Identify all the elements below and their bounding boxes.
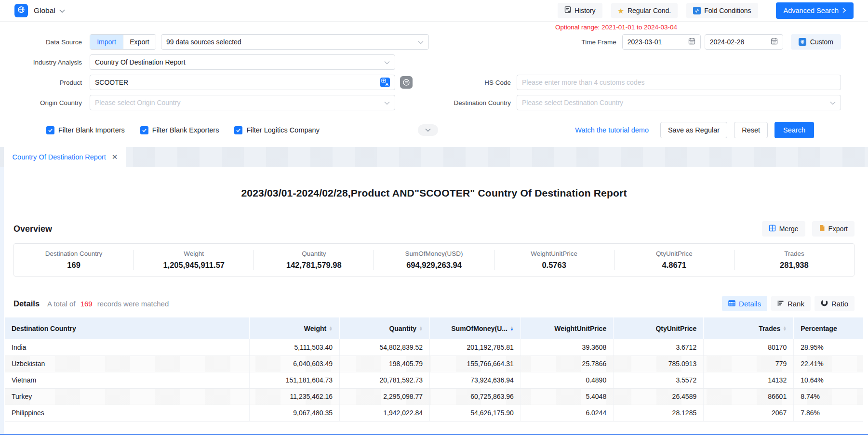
cell-qty-unit-price: 3.5572 <box>614 372 704 388</box>
industry-analysis-select[interactable]: Country Of Destination Report <box>90 54 395 70</box>
cell-percentage: 28.95% <box>794 339 863 356</box>
destination-country-select[interactable] <box>517 95 841 110</box>
stat-trades: Trades 281,938 <box>734 250 854 270</box>
view-details-label: Details <box>739 300 761 308</box>
cell-sum: 73,924,636.94 <box>430 372 521 388</box>
fold-conditions-button[interactable]: Fold Conditions <box>686 3 758 18</box>
details-heading: Details <box>13 299 40 308</box>
history-button[interactable]: History <box>558 3 602 18</box>
filter-blank-exporters-checkbox[interactable]: Filter Blank Exporters <box>140 126 219 134</box>
tutorial-link[interactable]: Watch the tutorial demo <box>575 126 649 134</box>
cell-percentage: 22.41% <box>794 356 863 372</box>
tab-country-of-destination-report[interactable]: Country Of Destination Report ✕ <box>4 147 126 167</box>
cell-country: Uzbekistan <box>5 356 250 372</box>
cell-weight-unit-price: 6.0244 <box>521 405 613 421</box>
save-as-regular-button[interactable]: Save as Regular <box>660 122 727 138</box>
report-title: 2023/03/01-2024/02/28,Product AND"SCOOTE… <box>0 187 868 199</box>
chevron-down-icon[interactable] <box>59 6 65 15</box>
custom-label: Custom <box>810 38 833 46</box>
view-rank-button[interactable]: Rank <box>771 296 811 311</box>
column-trades[interactable]: Trades ▲▼ <box>704 317 794 339</box>
column-weight[interactable]: Weight ▲▼ <box>250 317 340 339</box>
optional-range-hint: Optional range: 2021-01-01 to 2024-03-04 <box>555 24 677 31</box>
column-quantity[interactable]: Quantity ▲▼ <box>340 317 430 339</box>
chevron-down-icon <box>425 128 431 132</box>
merge-icon <box>769 224 776 233</box>
translate-icon[interactable]: A <box>380 78 390 87</box>
date-from-field[interactable]: 2023-03-01 <box>622 34 701 50</box>
fold-conditions-label: Fold Conditions <box>704 7 751 14</box>
cell-weight: 6,040,603.49 <box>250 356 340 372</box>
reset-button[interactable]: Reset <box>734 122 768 138</box>
topbar: Global History ★ Regular Cond. Fold Cond… <box>0 0 868 22</box>
pie-chart-icon <box>821 299 828 308</box>
stat-label: Quantity <box>254 250 374 257</box>
cell-country: Philippines <box>5 405 250 421</box>
cell-country: Vietnam <box>5 372 250 388</box>
view-switcher: Details Rank Ratio <box>722 296 855 311</box>
cell-trades: 80170 <box>704 339 794 356</box>
bar-chart-icon <box>777 300 784 308</box>
merge-button[interactable]: Merge <box>762 221 805 237</box>
collapse-form-button[interactable] <box>418 124 438 136</box>
column-sum-of-money[interactable]: SumOfMoney(U... ▲▼ <box>430 317 521 339</box>
custom-range-button[interactable]: Custom <box>791 34 841 50</box>
checkbox-checked-icon <box>234 126 242 134</box>
table-row-philippines: Philippines 9,067,480.35 1,942,022.84 54… <box>5 405 863 421</box>
search-button[interactable]: Search <box>775 122 814 138</box>
view-details-button[interactable]: Details <box>722 296 767 311</box>
calendar-icon[interactable] <box>771 38 778 46</box>
regular-cond-button[interactable]: ★ Regular Cond. <box>611 3 678 18</box>
export-button[interactable]: Export <box>812 221 855 237</box>
sort-icons[interactable]: ▲▼ <box>783 326 787 331</box>
cell-trades: 14132 <box>704 372 794 388</box>
advanced-search-button[interactable]: Advanced Search <box>776 2 854 19</box>
stat-value: 0.5763 <box>494 261 614 270</box>
origin-country-input[interactable] <box>95 99 384 106</box>
hs-code-field <box>517 75 841 90</box>
stat-label: Weight <box>134 250 254 257</box>
cell-country: India <box>5 339 250 356</box>
form-row-industry: Industry Analysis Country Of Destination… <box>14 54 841 70</box>
cell-quantity: 20,781,592.73 <box>340 372 430 388</box>
stat-value: 142,781,579.98 <box>254 261 374 270</box>
calendar-icon[interactable] <box>688 38 695 46</box>
data-sources-select[interactable]: 99 data sources selected <box>161 34 429 50</box>
export-toggle[interactable]: Export <box>123 35 156 49</box>
destination-country-input[interactable] <box>522 99 830 106</box>
product-input[interactable] <box>95 79 380 86</box>
chevron-down-icon <box>830 99 836 106</box>
stat-qty-unit-price: QtyUnitPrice 4.8671 <box>614 250 734 270</box>
app-logo[interactable] <box>14 4 28 17</box>
column-destination-country: Destination Country <box>5 317 250 339</box>
regular-cond-label: Regular Cond. <box>628 7 671 14</box>
origin-country-select[interactable] <box>90 95 395 110</box>
filter-blank-importers-checkbox[interactable]: Filter Blank Importers <box>46 126 125 134</box>
cell-percentage: 8.74% <box>794 388 863 405</box>
checkbox-checked-icon <box>46 126 54 134</box>
sort-icons-active-desc[interactable]: ▲▼ <box>510 326 514 331</box>
records-matched-text: A total of 169 records were matched <box>47 300 169 308</box>
cell-trades: 2067 <box>704 405 794 421</box>
filter-logistics-company-checkbox[interactable]: Filter Logitics Company <box>234 126 320 134</box>
merge-label: Merge <box>779 225 799 233</box>
close-icon[interactable]: ✕ <box>112 153 118 161</box>
view-ratio-button[interactable]: Ratio <box>815 296 855 311</box>
import-toggle[interactable]: Import <box>90 35 123 49</box>
chevron-down-icon <box>384 99 390 106</box>
sort-icons[interactable]: ▲▼ <box>419 326 423 331</box>
globe-icon <box>17 6 25 15</box>
date-to-field[interactable]: 2024-02-28 <box>705 34 783 50</box>
hs-code-input[interactable] <box>522 79 836 86</box>
report-tabbar: Country Of Destination Report ✕ <box>0 147 868 167</box>
stat-label: Destination Country <box>14 250 134 257</box>
exact-match-icon[interactable] <box>400 76 413 89</box>
column-weight-unit-price: WeightUnitPrice <box>521 317 613 339</box>
region-selector[interactable]: Global <box>34 6 55 15</box>
cell-sum: 54,626,175.90 <box>430 405 521 421</box>
cell-quantity: 1,942,022.84 <box>340 405 430 421</box>
sort-icons[interactable]: ▲▼ <box>329 326 333 331</box>
table-icon <box>728 300 735 308</box>
cell-weight-unit-price: 39.3608 <box>521 339 613 356</box>
cell-quantity: 198,405.79 <box>340 356 430 372</box>
